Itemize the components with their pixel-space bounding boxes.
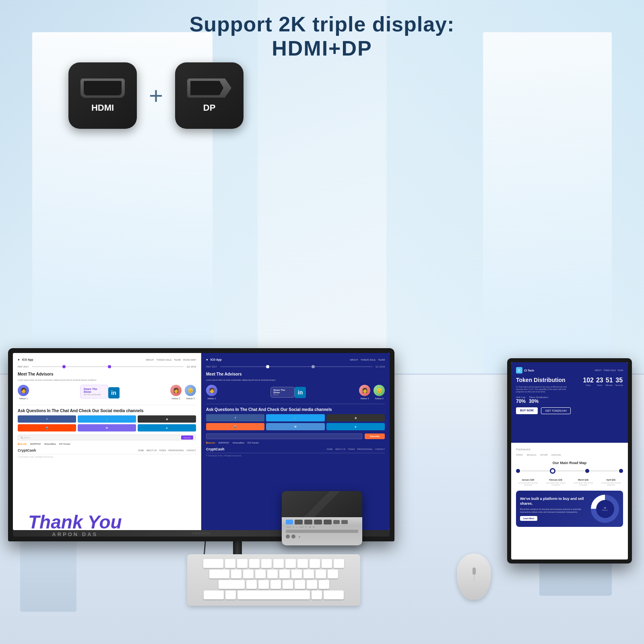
learn-more-btn[interactable]: Learn More [520, 516, 537, 521]
mouse [457, 553, 491, 600]
key-r [261, 559, 272, 568]
right-screen-divider [206, 404, 385, 404]
token-dist-stat: Token Distribution 30% [529, 396, 548, 404]
key-alt-right [312, 590, 322, 599]
portrait-nav: C CI Tech ABOUT TOKEN SALE TEAM [516, 367, 623, 374]
right-nav-about: ABOUT US [335, 448, 345, 450]
pc-dp-port [324, 520, 332, 524]
linkedin-badge: in [108, 387, 120, 398]
roadmap-q4: April Q1E Lorem ipsum dolor sit amet con… [599, 479, 623, 486]
screen-left-advisors-title: Meet The Advisors [18, 372, 196, 376]
right-linkedin-badge: in [295, 387, 306, 398]
right-twitter-btn: 🐦 [266, 414, 324, 421]
hdmi-port-box: HDMI [68, 62, 137, 129]
right-advisor-3-avatar: 👴 [374, 385, 385, 396]
advisor-3-name: Advisor 3 [186, 397, 195, 400]
keyboard-row-4 [193, 590, 355, 599]
right-search-input [206, 433, 362, 439]
countdown-minutes-num: 51 [606, 377, 613, 384]
cryptcash-brand: CryptCash [18, 448, 36, 452]
key-z [246, 580, 257, 589]
hdmi-label: HDMI [91, 103, 114, 113]
key-h [291, 570, 302, 578]
right-nav-token: TOKEN [348, 448, 355, 450]
right-social-grid: f 🐦 ⚙ 👽 M ✈ [206, 414, 385, 430]
cryptcash-nav: HOME ABOUT US TOKEN PROFESSIONAL CONTACT [138, 449, 196, 452]
hdmi-connector-icon [80, 78, 125, 98]
right-advisor-3-name: Advisor 3 [375, 397, 384, 400]
advisor-2-avatar: 👩 [170, 385, 182, 396]
right-timeline: REP 2017 Q1 2018 [206, 365, 385, 368]
key-u [297, 559, 308, 568]
key-o [322, 559, 332, 568]
pc-reset-btn [291, 535, 295, 539]
bottom-logos: ₿bitcoin HUFFPOST VentureBeat ICO Tracke… [18, 443, 196, 445]
key-w [237, 559, 248, 568]
partner-okex: OKEX [516, 454, 523, 456]
right-advisor-1: 🧑 Advisor 1 [206, 385, 217, 400]
roadmap-line [516, 468, 623, 474]
pc-ports-row-1 [286, 520, 358, 524]
token-dist-title: Token Distribution [516, 377, 568, 383]
key-e [249, 559, 260, 568]
key-g [279, 570, 290, 578]
screen-left-nav: ● ICO App ABOUT TOKEN SALE TEAM ROAD MAP [18, 358, 196, 361]
donut-inner: CI Platform [596, 500, 614, 518]
key-s [243, 570, 254, 578]
screen-right-brand: ICO App [211, 358, 222, 361]
monitor-brand: GROUPS [192, 532, 210, 535]
mini-pc-body: USB3.0 ▲ ▲ HDMI DP 🎵 ⏻ 🔊 [282, 491, 362, 545]
portrait-logo-area: C CI Tech [516, 367, 534, 374]
nav-item-4: ROAD MAP [183, 359, 196, 361]
right-huffpost-logo: HUFFPOST [219, 442, 229, 444]
screen-left-footer: CryptCash HOME ABOUT US TOKEN PROFESSION… [18, 448, 196, 458]
pc-diagonal-design [282, 491, 362, 517]
right-screen-footer: CryptCash HOME ABOUT US TOKEN PROFESSION… [206, 447, 385, 457]
mouse-body [457, 553, 491, 600]
key-alt [225, 590, 236, 599]
nav-about: ABOUT US [147, 449, 157, 452]
mouse-scroll-wheel [473, 568, 476, 575]
token-stats-row: Soft Cap 70% Token Distribution 30% [516, 396, 623, 404]
keyboard-row-1 [193, 559, 355, 568]
thank-you-section: Thank You ARPON DAS [28, 513, 122, 537]
nav-item-3: TEAM [174, 359, 181, 361]
social-grid: f 🐦 ⚙ 👽 M ✈ [18, 415, 196, 431]
countdown-hours-label: Hours [596, 384, 603, 386]
huffpost-logo: HUFFPOST [30, 443, 41, 445]
token-dist-info: Token Distribution CI Tech team will be … [516, 377, 568, 396]
share-subtitle: Join the community [84, 393, 105, 396]
key-f [267, 570, 278, 578]
pc-eth-port-1 [295, 520, 303, 524]
subscribe-btn: Subscribe [181, 436, 193, 440]
buy-now-btn[interactable]: BUY NOW [516, 407, 538, 414]
whitepaper-btn[interactable]: GET TOKEN-HH [541, 407, 571, 414]
key-n [307, 580, 317, 589]
thank-you-text: Thank You [28, 513, 122, 531]
nav-professional: PROFESSIONAL [168, 449, 184, 452]
right-facebook-btn: f [206, 414, 264, 421]
partner-qtum: QTUM [540, 454, 547, 456]
port-icons-section: HDMI + DP [68, 62, 244, 129]
key-m [319, 580, 329, 589]
bitcoin-logo: ₿bitcoin [18, 443, 27, 445]
key-t [273, 559, 284, 568]
pc-hdmi-port [314, 520, 322, 524]
keyboard [187, 554, 360, 606]
partner-binance: Binance [527, 454, 536, 456]
right-cryptcash-brand: CryptCash [206, 447, 225, 451]
platform-text: We've built a platform to buy and sell s… [520, 497, 588, 520]
key-i [310, 559, 320, 568]
right-advisor-2-name: Advisor 2 [361, 397, 369, 400]
screen-left: ● ICO App ABOUT TOKEN SALE TEAM ROAD MAP… [13, 353, 201, 530]
facebook-btn: f [18, 415, 76, 423]
footer-divider [18, 454, 196, 454]
search-bar: 🔍 Search... Subscribe [18, 435, 196, 440]
dp-label: DP [203, 103, 216, 113]
countdown-hours-num: 23 [596, 377, 603, 384]
key-space [237, 590, 310, 599]
telegram-btn: ✈ [138, 424, 196, 431]
roadmap-q1: January Q1D Lorem ipsum dolor sit amet c… [516, 479, 540, 486]
portrait-bottom-section: Partnered OKEX Binance QTUM bithumb Our … [511, 443, 628, 559]
platform-title: We've built a platform to buy and sell s… [520, 497, 588, 506]
